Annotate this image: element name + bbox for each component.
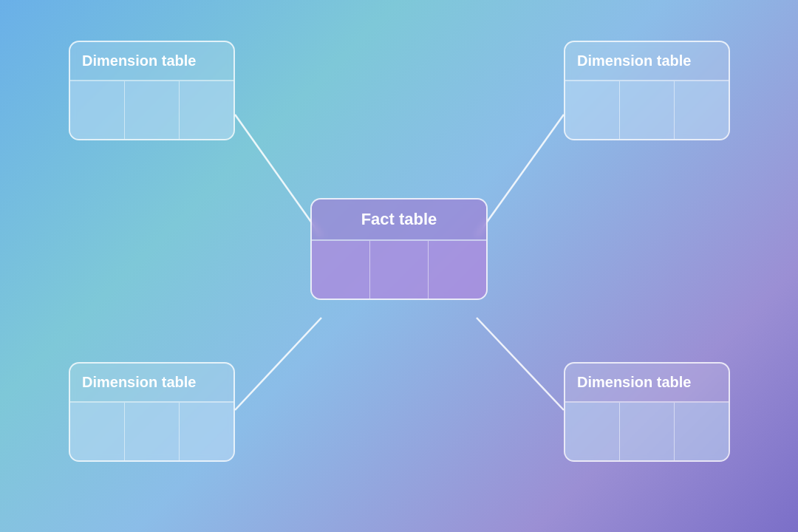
dim-tr-col-2 — [620, 81, 675, 139]
dim-tr-label: Dimension table — [565, 42, 729, 80]
dim-tr-col-1 — [565, 81, 620, 139]
diagram-canvas: Fact table Dimension table Dimension tab… — [0, 0, 798, 532]
svg-line-2 — [235, 318, 321, 410]
dim-br-col-1 — [565, 403, 620, 460]
svg-line-3 — [477, 318, 564, 410]
dim-tr-col-3 — [675, 81, 729, 139]
dim-bl-col-1 — [70, 403, 125, 460]
dim-tr-body — [565, 80, 729, 139]
svg-line-0 — [235, 115, 321, 236]
fact-table: Fact table — [310, 198, 488, 300]
dim-tl-col-3 — [180, 81, 233, 139]
dim-bl-col-2 — [125, 403, 180, 460]
dim-tl-col-2 — [125, 81, 180, 139]
dimension-table-bottom-right: Dimension table — [564, 362, 730, 462]
dimension-table-bottom-left: Dimension table — [69, 362, 235, 462]
fact-table-label: Fact table — [312, 200, 486, 239]
dim-bl-label: Dimension table — [70, 364, 233, 401]
dimension-table-top-right: Dimension table — [564, 41, 730, 140]
dim-br-col-3 — [675, 403, 729, 460]
fact-col-2 — [370, 241, 429, 299]
fact-col-3 — [429, 241, 486, 299]
fact-table-body — [312, 239, 486, 299]
dim-br-col-2 — [620, 403, 675, 460]
fact-col-1 — [312, 241, 370, 299]
dimension-table-top-left: Dimension table — [69, 41, 235, 140]
dim-br-label: Dimension table — [565, 364, 729, 401]
dim-tl-col-1 — [70, 81, 125, 139]
dim-tl-body — [70, 80, 233, 139]
dim-br-body — [565, 401, 729, 460]
dim-bl-body — [70, 401, 233, 460]
dim-tl-label: Dimension table — [70, 42, 233, 80]
dim-bl-col-3 — [180, 403, 233, 460]
svg-line-1 — [477, 115, 564, 236]
